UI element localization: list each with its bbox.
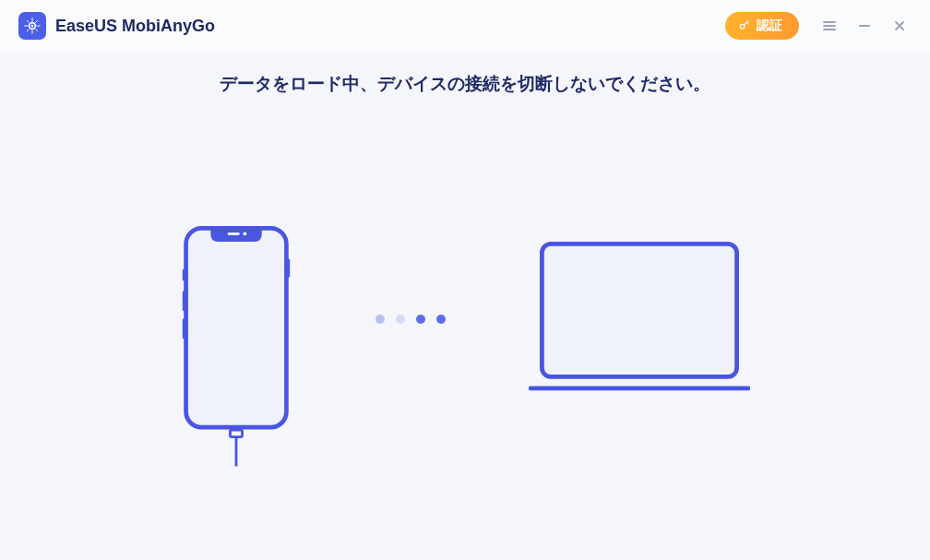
menu-button[interactable]	[814, 10, 845, 42]
svg-rect-8	[183, 291, 186, 312]
status-message: データをロード中、デバイスの接続を切断しないでください。	[0, 52, 930, 96]
laptop-icon	[529, 239, 750, 400]
close-button[interactable]	[884, 10, 915, 42]
loading-dot	[376, 315, 385, 324]
hamburger-icon	[822, 18, 837, 33]
svg-rect-4	[228, 232, 240, 235]
app-logo-group: EaseUS MobiAnyGo	[18, 12, 215, 40]
svg-rect-6	[286, 258, 290, 278]
loading-dot	[436, 315, 446, 324]
auth-button-label: 認証	[757, 18, 782, 34]
key-icon	[738, 18, 751, 34]
minimize-button[interactable]	[849, 10, 880, 42]
svg-rect-10	[230, 430, 242, 437]
svg-point-1	[31, 25, 34, 28]
device-connection-illustration	[0, 218, 930, 467]
phone-icon	[180, 218, 292, 467]
svg-point-5	[244, 232, 247, 236]
minimize-icon	[858, 19, 871, 32]
auth-button[interactable]: 認証	[725, 12, 799, 40]
close-icon	[893, 19, 906, 32]
app-logo-icon	[18, 12, 46, 40]
svg-rect-9	[183, 318, 186, 340]
main-content: データをロード中、デバイスの接続を切断しないでください。	[0, 52, 930, 560]
app-title: EaseUS MobiAnyGo	[55, 17, 215, 36]
connection-dots	[376, 315, 446, 324]
title-bar: EaseUS MobiAnyGo 認証	[0, 0, 930, 52]
svg-rect-12	[542, 244, 736, 376]
window-controls	[814, 10, 915, 42]
svg-rect-3	[186, 228, 287, 427]
loading-dot	[416, 315, 425, 324]
loading-dot	[396, 315, 405, 324]
svg-rect-7	[183, 268, 186, 280]
